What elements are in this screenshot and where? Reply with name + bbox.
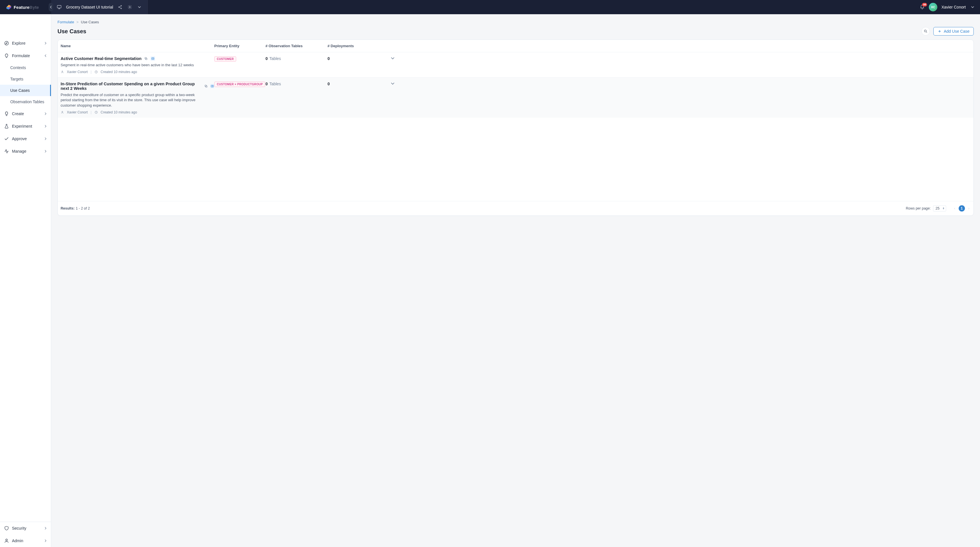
nav-item-admin[interactable]: Admin	[0, 534, 51, 547]
user-small-icon	[60, 111, 64, 114]
project-name[interactable]: Grocery Dataset UI tutorial	[66, 5, 113, 10]
gear-icon[interactable]	[127, 4, 133, 10]
svg-point-4	[129, 6, 130, 8]
row-meta: Xavier Conort | Created 10 minutes ago	[60, 70, 214, 74]
nav-item-manage[interactable]: Manage	[0, 145, 51, 157]
sidebar-item-label: Use Cases	[10, 88, 30, 93]
avatar[interactable]: XC	[929, 3, 937, 11]
topbar-right: 88 XC Xavier Conort	[920, 3, 975, 11]
svg-point-2	[118, 7, 119, 8]
add-use-case-button[interactable]: Add Use Case	[933, 27, 974, 35]
svg-point-7	[924, 30, 926, 32]
copy-icon[interactable]	[204, 84, 208, 89]
chevron-right-icon	[44, 42, 47, 44]
sidebar-collapse-button[interactable]	[49, 3, 53, 11]
clock-icon	[94, 111, 98, 114]
topbar-left: FeatureByte	[0, 0, 51, 14]
obs-count: 0	[266, 82, 268, 86]
breadcrumb-parent[interactable]: Formulate	[57, 20, 74, 24]
chevron-right-icon	[44, 112, 47, 115]
plus-icon	[938, 29, 942, 33]
col-header-dep[interactable]: # Deployments	[328, 44, 391, 48]
nav-item-experiment[interactable]: Experiment	[0, 120, 51, 133]
nav-item-label: Create	[12, 111, 24, 116]
share-icon[interactable]	[117, 4, 123, 10]
svg-point-16	[62, 111, 63, 112]
copy-icon[interactable]	[144, 56, 148, 61]
expand-row-button[interactable]	[391, 56, 967, 60]
lightbulb-icon	[4, 111, 9, 116]
dep-count: 0	[328, 82, 330, 86]
nav-item-approve[interactable]: Approve	[0, 133, 51, 145]
row-description: Predict the expenditure of customer on a…	[60, 92, 206, 108]
stepper-icon: ▲▼	[942, 207, 945, 209]
nav-item-label: Approve	[12, 136, 27, 141]
dep-count: 0	[328, 56, 330, 61]
notifications-button[interactable]: 88	[920, 5, 925, 10]
col-header-obs[interactable]: # Observation Tables	[266, 44, 328, 48]
sidebar-item-label: Observation Tables	[10, 100, 45, 104]
brand-logo[interactable]: FeatureByte	[6, 4, 39, 10]
nav-item-create[interactable]: Create	[0, 108, 51, 120]
sidebar-item-contexts[interactable]: Contexts	[0, 62, 51, 73]
nav-subgroup-formulate: Contexts Targets Use Cases Observation T…	[0, 62, 51, 108]
pager-current[interactable]: 1	[959, 205, 965, 211]
nav-item-explore[interactable]: Explore	[0, 37, 51, 49]
compass-icon	[4, 41, 9, 46]
chevron-right-icon	[44, 150, 47, 153]
sidebar-item-label: Targets	[10, 77, 23, 81]
flask-icon	[4, 124, 9, 129]
user-icon	[4, 538, 9, 543]
use-cases-card: Name Primary Entity # Observation Tables…	[57, 40, 974, 216]
project-selector: Grocery Dataset UI tutorial	[51, 0, 148, 14]
nav-item-formulate[interactable]: Formulate	[0, 49, 51, 62]
search-button[interactable]	[921, 27, 930, 35]
table-row[interactable]: In-Store Prediction of Customer Spending…	[58, 77, 974, 118]
pager-next[interactable]: ›	[967, 206, 970, 210]
svg-rect-0	[57, 5, 61, 8]
sidebar: Explore Formulate Contexts Targets Use C…	[0, 14, 51, 547]
shield-icon	[4, 526, 9, 531]
add-button-label: Add Use Case	[944, 29, 969, 33]
sidebar-item-observation-tables[interactable]: Observation Tables	[0, 96, 51, 108]
user-menu-dropdown[interactable]	[970, 4, 975, 10]
row-author: Xavier Conort	[67, 70, 88, 74]
pager: ‹ 1 ›	[953, 205, 970, 211]
table-header: Name Primary Entity # Observation Tables…	[58, 40, 974, 52]
clock-icon	[94, 70, 98, 74]
table-footer: Results: 1 - 2 of 2 Rows per page: 25 ▲▼…	[58, 201, 974, 216]
obs-label: Tables	[269, 82, 281, 86]
nav-item-label: Formulate	[12, 54, 30, 58]
col-header-entity[interactable]: Primary Entity	[214, 44, 266, 48]
id-icon[interactable]	[151, 56, 155, 61]
row-description: Segment in real-time active customers wh…	[60, 63, 206, 68]
brand-name: FeatureByte	[14, 5, 39, 10]
results-label: Results:	[60, 206, 75, 210]
page-title: Use Cases	[57, 28, 86, 35]
activity-icon	[4, 149, 9, 154]
monitor-icon	[56, 4, 62, 10]
search-icon	[924, 29, 928, 33]
chevron-right-icon	[44, 539, 47, 542]
sidebar-item-targets[interactable]: Targets	[0, 73, 51, 85]
nav-item-label: Explore	[12, 41, 25, 46]
nav-item-security[interactable]: Security	[0, 522, 51, 534]
rows-per-page-label: Rows per page:	[906, 206, 931, 210]
svg-point-1	[121, 5, 121, 6]
row-meta: Xavier Conort | Created 10 minutes ago	[60, 110, 214, 114]
rows-per-page-select[interactable]: 25 ▲▼	[933, 205, 946, 211]
id-icon[interactable]	[210, 84, 214, 89]
user-name: Xavier Conort	[941, 5, 966, 10]
pager-prev[interactable]: ‹	[953, 206, 956, 210]
table-row[interactable]: Active Customer Real-time Segmentation S…	[58, 52, 974, 77]
nav-item-label: Manage	[12, 149, 27, 154]
project-dropdown[interactable]	[137, 4, 142, 10]
chevron-down-icon	[44, 54, 47, 57]
row-title: Active Customer Real-time Segmentation	[60, 56, 142, 61]
check-icon	[4, 136, 9, 141]
col-header-name[interactable]: Name	[60, 44, 214, 48]
content: Formulate > Use Cases Use Cases Add Use …	[51, 14, 980, 547]
user-small-icon	[60, 70, 64, 74]
expand-row-button[interactable]	[391, 82, 967, 86]
sidebar-item-use-cases[interactable]: Use Cases	[0, 85, 51, 96]
